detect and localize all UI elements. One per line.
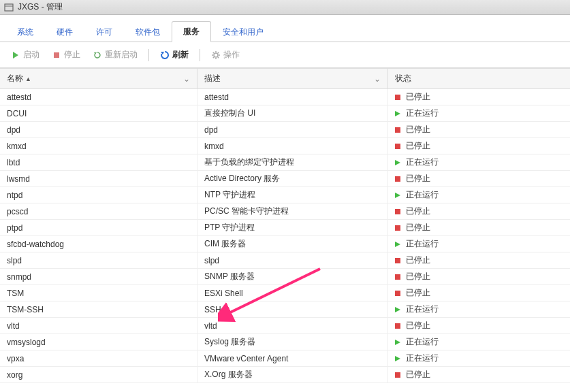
stop-icon [395, 372, 400, 378]
cell-desc: slpd [197, 252, 388, 268]
cell-status: 已停止 [388, 318, 570, 333]
cell-desc: Syslog 服务器 [197, 334, 388, 350]
refresh-icon [160, 50, 170, 60]
toolbar-separator [148, 49, 149, 61]
cell-status: 正在运行 [388, 334, 570, 350]
play-icon [395, 340, 400, 345]
tab-4[interactable]: 服务 [172, 21, 211, 42]
status-label: 已停止 [406, 222, 430, 233]
cell-name: snmpd [0, 269, 197, 284]
cell-status: 已停止 [388, 285, 570, 301]
cell-desc: kmxd [197, 138, 388, 154]
table-row[interactable]: xorgX.Org 服务器已停止 [0, 367, 570, 383]
cell-desc: 基于负载的绑定守护进程 [197, 154, 388, 170]
cell-name: slpd [0, 252, 197, 268]
svg-line-10 [213, 56, 214, 57]
cell-name: ntpd [0, 187, 197, 203]
table-row[interactable]: ntpdNTP 守护进程正在运行 [0, 187, 570, 203]
status-label: 正在运行 [406, 304, 439, 315]
status-label: 已停止 [406, 124, 430, 135]
table-row[interactable]: kmxdkmxd已停止 [0, 138, 570, 154]
play-icon [395, 356, 400, 361]
table-row[interactable]: lbtd基于负载的绑定守护进程正在运行 [0, 154, 570, 171]
cell-status: 已停止 [388, 220, 570, 235]
cell-status: 已停止 [388, 138, 570, 154]
table-row[interactable]: pcscdPC/SC 智能卡守护进程已停止 [0, 203, 570, 220]
window-title: JXGS - 管理 [18, 1, 63, 13]
table-row[interactable]: lwsmdActive Directory 服务已停止 [0, 171, 570, 187]
table-row[interactable]: snmpdSNMP 服务器已停止 [0, 269, 570, 285]
actions-label: 操作 [223, 49, 240, 61]
table-header: 名称▲ ⌄ 描述 ⌄ 状态 [0, 69, 570, 89]
services-toolbar: 启动 停止 重新启动 刷新 操作 [0, 42, 570, 68]
svg-rect-2 [54, 52, 59, 58]
cell-status: 正在运行 [388, 187, 570, 203]
table-row[interactable]: TSM-SSHSSH正在运行 [0, 301, 570, 318]
stop-icon [52, 50, 61, 60]
services-table: 名称▲ ⌄ 描述 ⌄ 状态 attestdattestd已停止DCUI直接控制台… [0, 68, 570, 383]
tab-1[interactable]: 硬件 [45, 22, 84, 42]
start-button[interactable]: 启动 [7, 47, 44, 63]
cell-status: 正在运行 [388, 105, 570, 121]
status-label: 已停止 [406, 287, 430, 299]
cell-status: 已停止 [388, 203, 570, 219]
play-icon [395, 242, 400, 247]
status-label: 正在运行 [406, 108, 439, 119]
main-tabs: 系统硬件许可软件包服务安全和用户 [0, 15, 570, 42]
column-header-name[interactable]: 名称▲ ⌄ [0, 69, 197, 88]
table-row[interactable]: attestdattestd已停止 [0, 89, 570, 105]
cell-status: 已停止 [388, 171, 570, 186]
chevron-down-icon[interactable]: ⌄ [183, 74, 190, 84]
refresh-button[interactable]: 刷新 [156, 47, 193, 63]
status-label: 已停止 [406, 369, 430, 380]
table-row[interactable]: ptpdPTP 守护进程已停止 [0, 220, 570, 236]
tab-0[interactable]: 系统 [5, 22, 45, 42]
tab-2[interactable]: 许可 [84, 22, 124, 42]
stop-button[interactable]: 停止 [48, 47, 84, 63]
table-row[interactable]: vltdvltd已停止 [0, 318, 570, 334]
cell-desc: SSH [197, 301, 388, 317]
stop-icon [395, 225, 400, 231]
table-row[interactable]: TSMESXi Shell已停止 [0, 285, 570, 301]
cell-desc: ESXi Shell [197, 285, 388, 301]
cell-desc: vltd [197, 318, 388, 333]
chevron-down-icon[interactable]: ⌄ [374, 74, 381, 84]
restart-button[interactable]: 重新启动 [89, 47, 142, 63]
table-row[interactable]: dpddpd已停止 [0, 122, 570, 138]
column-header-desc[interactable]: 描述 ⌄ [197, 69, 388, 88]
stop-icon [395, 176, 400, 182]
cell-desc: SNMP 服务器 [197, 269, 388, 284]
cell-status: 已停止 [388, 367, 570, 382]
cell-status: 已停止 [388, 252, 570, 268]
status-label: 已停止 [406, 173, 430, 184]
status-label: 已停止 [406, 320, 430, 331]
column-header-status[interactable]: 状态 [388, 69, 570, 88]
cell-name: lbtd [0, 154, 197, 170]
stop-icon [395, 209, 400, 214]
status-label: 正在运行 [406, 189, 439, 201]
svg-rect-0 [5, 4, 13, 11]
status-label: 已停止 [406, 271, 430, 282]
tab-5[interactable]: 安全和用户 [211, 22, 275, 42]
svg-line-8 [213, 52, 214, 52]
stop-icon [395, 323, 400, 329]
table-row[interactable]: vpxaVMware vCenter Agent正在运行 [0, 350, 570, 367]
tab-3[interactable]: 软件包 [124, 22, 172, 42]
cell-name: TSM [0, 285, 197, 301]
table-row[interactable]: DCUI直接控制台 UI正在运行 [0, 105, 570, 122]
cell-desc: Active Directory 服务 [197, 171, 388, 186]
table-row[interactable]: sfcbd-watchdogCIM 服务器正在运行 [0, 236, 570, 252]
cell-name: lwsmd [0, 171, 197, 186]
table-row[interactable]: vmsyslogdSyslog 服务器正在运行 [0, 334, 570, 350]
cell-desc: PTP 守护进程 [197, 220, 388, 235]
start-label: 启动 [23, 49, 39, 61]
cell-name: kmxd [0, 138, 197, 154]
play-icon [11, 50, 20, 60]
status-label: 正在运行 [406, 238, 439, 250]
actions-button[interactable]: 操作 [207, 47, 244, 63]
cell-desc: CIM 服务器 [197, 236, 388, 252]
table-row[interactable]: slpdslpd已停止 [0, 252, 570, 269]
cell-name: vpxa [0, 350, 197, 366]
cell-desc: 直接控制台 UI [197, 105, 388, 121]
status-label: 正在运行 [406, 353, 439, 364]
